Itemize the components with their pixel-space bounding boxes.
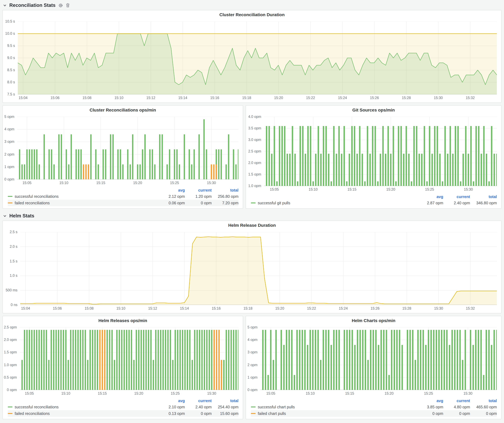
x-tick-label: 15:10 <box>116 307 126 310</box>
plot-area[interactable] <box>18 22 497 94</box>
y-tick-label: 7.5 s <box>3 93 15 96</box>
legend-sort-avg[interactable]: avg <box>416 399 443 403</box>
series-label: successful chart pulls <box>258 405 295 409</box>
row-header-helm-stats[interactable]: Helm Stats <box>2 211 502 221</box>
chevron-down-icon[interactable] <box>3 4 6 7</box>
x-tick-label: 15:04 <box>21 307 30 310</box>
series-label: successful reconciliations <box>15 405 59 409</box>
legend-row-failed-reconciliations[interactable]: failed reconciliations 0.13 opm 0 opm 15… <box>8 410 239 417</box>
legend-row-failed-reconciliations[interactable]: failed reconciliations 0.06 opm 0 opm 7.… <box>8 200 239 206</box>
panel-title[interactable]: Helm Release Duration <box>3 221 501 229</box>
legend-sort-avg[interactable]: avg <box>158 188 185 193</box>
chevron-down-icon[interactable] <box>3 214 6 217</box>
section-title: Reconciliation Stats <box>9 2 55 8</box>
stat-avg: 0 opm <box>416 411 443 416</box>
legend-sort-avg[interactable]: avg <box>158 399 185 403</box>
series-marker <box>8 196 12 197</box>
x-tick-label: 15:20 <box>275 307 284 310</box>
row-header-reconciliation-stats[interactable]: Reconciliation Stats <box>2 1 502 10</box>
x-tick-label: 15:10 <box>61 392 71 395</box>
x-tick-label: 15:30 <box>434 96 443 100</box>
y-tick-label: 0 ns <box>3 303 18 307</box>
stat-current: 2.40 opm <box>443 201 470 205</box>
legend: avg current total successful chart pulls… <box>246 397 501 419</box>
stat-total: 465.60 opm <box>470 405 497 409</box>
x-tick-label: 15:30 <box>207 181 216 185</box>
legend-sort-total[interactable]: total <box>470 195 497 199</box>
x-tick-label: 15:30 <box>464 188 473 191</box>
stat-total: 0 opm <box>470 411 497 416</box>
legend-sort-total[interactable]: total <box>212 399 239 403</box>
x-tick-label: 15:10 <box>59 181 68 185</box>
chart-svg <box>17 117 239 179</box>
y-tick-label: 2.0 opm <box>246 161 261 165</box>
x-tick-label: 15:20 <box>134 392 143 395</box>
x-tick-label: 15:18 <box>242 96 251 100</box>
panel-title[interactable]: Cluster Reconciliation Duration <box>3 10 501 19</box>
stat-avg: 0.06 opm <box>158 201 185 205</box>
legend-sort-current[interactable]: current <box>185 399 212 403</box>
plot-area[interactable] <box>260 327 497 390</box>
y-tick-label: 1.0 opm <box>3 363 17 367</box>
gear-icon[interactable] <box>58 3 63 8</box>
y-tick-label: 2.0 s <box>3 245 18 248</box>
y-tick-label: 1.5 s <box>3 259 18 263</box>
trash-icon[interactable] <box>66 3 70 7</box>
plot-area[interactable] <box>17 117 239 179</box>
stat-avg: 2.87 opm <box>416 201 443 205</box>
legend-row-successful-reconciliations[interactable]: successful reconciliations 2.12 opm 1.20… <box>8 193 239 200</box>
panel-title[interactable]: Git Sources ops/min <box>246 106 501 114</box>
x-tick-label: 15:30 <box>434 307 443 310</box>
plot-area[interactable] <box>20 232 497 305</box>
y-tick-label: 1.0 opm <box>246 184 261 188</box>
panel-title[interactable]: Helm Releases ops/min <box>3 316 243 325</box>
stat-current: 0 opm <box>443 411 470 416</box>
legend-sort-total[interactable]: total <box>212 188 239 193</box>
legend-row-successful-chart-pulls[interactable]: successful chart pulls 3.85 opm 4.80 opm… <box>251 404 497 410</box>
chart-cluster-reconciliation-duration: 7.5 s8.0 s8.5 s9.0 s9.5 s10.0 s10.5 s15:… <box>3 19 501 102</box>
legend-sort-current[interactable]: current <box>185 188 212 193</box>
chart-helm-release-duration: 0 ns500 ms1.0 s1.5 s2.0 s2.5 s15:0415:06… <box>3 229 501 313</box>
legend-row-successful-git-pulls[interactable]: successful git pulls 2.87 opm 2.40 opm 3… <box>251 200 497 206</box>
y-tick-label: 0.5 opm <box>3 376 17 379</box>
x-tick-label: 15:15 <box>345 392 354 395</box>
y-tick-label: 3.0 opm <box>246 138 261 142</box>
y-tick-label: 3 opm <box>246 351 258 354</box>
panel-helm-releases-opm: Helm Releases ops/min 0 opm0.5 opm1.0 op… <box>2 316 243 419</box>
legend: avg current total successful reconciliat… <box>3 397 243 419</box>
panel-title[interactable]: Helm Charts ops/min <box>246 316 501 325</box>
panel-title[interactable]: Cluster Reconciliations ops/min <box>3 106 243 114</box>
legend-sort-total[interactable]: total <box>470 399 497 403</box>
y-tick-label: 3.5 opm <box>246 127 261 130</box>
x-tick-label: 15:05 <box>266 392 275 395</box>
legend-sort-avg[interactable]: avg <box>416 195 443 199</box>
y-tick-label: 2.5 opm <box>246 150 261 153</box>
x-tick-label: 15:16 <box>210 96 219 100</box>
legend-sort-current[interactable]: current <box>443 195 470 199</box>
chart-svg <box>20 232 497 305</box>
y-tick-label: 1 opm <box>246 376 258 379</box>
legend-row-failed-chart-pulls[interactable]: failed chart pulls 0 opm 0 opm 0 opm <box>251 410 497 417</box>
x-tick-label: 15:06 <box>53 307 62 310</box>
plot-area[interactable] <box>20 327 239 390</box>
dashboard: Reconciliation Stats Cluster Reconciliat… <box>0 0 504 422</box>
y-tick-label: 9.0 s <box>3 56 15 60</box>
x-tick-label: 15:20 <box>133 181 142 185</box>
legend-header-row: avg current total <box>8 398 239 404</box>
x-tick-label: 15:30 <box>463 392 473 395</box>
x-tick-label: 15:22 <box>307 307 316 310</box>
legend-row-successful-reconciliations[interactable]: successful reconciliations 2.10 opm 2.40… <box>8 404 239 410</box>
x-tick-label: 15:24 <box>338 96 347 100</box>
y-tick-label: 2.5 s <box>3 230 18 234</box>
x-tick-label: 15:25 <box>170 181 179 185</box>
x-tick-label: 15:15 <box>98 392 107 395</box>
legend-sort-current[interactable]: current <box>443 399 470 403</box>
x-tick-label: 15:15 <box>96 181 105 185</box>
series-label: successful reconciliations <box>15 194 59 199</box>
stat-total: 256.80 opm <box>212 194 239 199</box>
series-label: failed reconciliations <box>15 201 50 205</box>
chart-git-sources-opm: 1.0 opm1.5 opm2.0 opm2.5 opm3.0 opm3.5 o… <box>246 114 501 194</box>
plot-area[interactable] <box>264 117 497 186</box>
panel-cluster-reconciliations-opm: Cluster Reconciliations ops/min 0 opm1 o… <box>2 105 243 209</box>
y-tick-label: 2.0 opm <box>3 338 17 342</box>
